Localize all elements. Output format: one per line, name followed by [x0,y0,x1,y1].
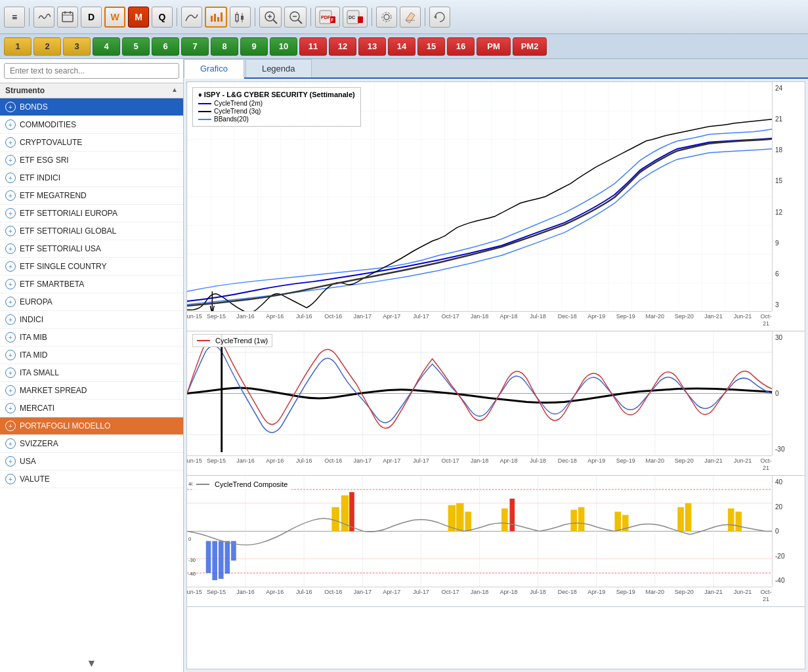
tab-5[interactable]: 5 [122,37,150,56]
sidebar-item-etf-single-country[interactable]: +ETF SINGLE COUNTRY [0,258,183,276]
expand-icon: + [5,456,16,467]
price-chart: ♦ ISPY - L&G CYBER SECURITY (Settimanale… [187,82,805,331]
chart1-xaxis: Jun-15 Sep-15 Jan-16 Apr-16 Jul-16 Oct-1… [187,311,772,331]
sidebar-item-etf-smartbeta[interactable]: +ETF SMARTBETA [0,276,183,293]
svg-text:-30: -30 [188,557,196,563]
sort-icon: ▲ [171,86,178,95]
legend-cycletrend2m: CycleTrend (2m) [198,100,355,107]
tab-13[interactable]: 13 [358,37,386,56]
cycletrend-chart: CycleTrend (1w) 30 0 -30 [187,331,805,476]
curve-icon [184,10,199,24]
bar-chart-btn[interactable] [205,7,227,28]
sidebar-item-indici[interactable]: +INDICI [0,311,183,329]
expand-icon: + [5,350,16,360]
sidebar-item-cryptovalute[interactable]: +CRYPTOVALUTE [0,134,183,152]
tab-8[interactable]: 8 [211,37,238,56]
expand-icon: + [5,474,16,484]
tab-1[interactable]: 1 [4,37,32,56]
blue-bar-3 [219,541,224,579]
zoom-out-btn[interactable] [284,7,307,28]
yellow-bar-5 [465,512,471,532]
tab-pm[interactable]: PM [477,37,511,56]
zoom-in-btn[interactable] [259,7,282,28]
tab-9[interactable]: 9 [240,37,268,56]
pdf2-btn[interactable]: DC [343,7,368,28]
chart3-xaxis: Jun-15 Sep-15 Jan-16 Apr-16 Jul-16 Oct-1… [187,587,772,606]
sidebar-item-portafogli-modello[interactable]: +PORTAFOGLI MODELLO [0,417,183,435]
tab-15[interactable]: 15 [417,37,445,56]
svg-rect-4 [211,16,213,22]
sidebar-item-usa[interactable]: +USA [0,453,183,471]
search-box [0,59,183,83]
calendar-btn[interactable] [57,7,78,28]
sidebar-item-label: SVIZZERA [20,439,58,448]
eraser-btn[interactable] [400,7,421,28]
blue-bar-4 [224,541,230,574]
W-btn[interactable]: W [104,7,125,28]
sidebar-item-market-spread[interactable]: +MARKET SPREAD [0,382,183,400]
Q-btn[interactable]: Q [152,7,173,28]
tab-10[interactable]: 10 [270,37,297,56]
tab-11[interactable]: 11 [299,37,327,56]
cycletrend2m-swatch [198,103,211,104]
sidebar-item-commodities[interactable]: +COMMODITIES [0,116,183,134]
sidebar-item-label: ETF SETTORIALI EUROPA [20,209,117,218]
sidebar-item-mercati[interactable]: +MERCATI [0,400,183,417]
curve-btn[interactable] [181,7,202,28]
tab-legenda[interactable]: Legenda [245,59,312,77]
D-btn[interactable]: D [81,7,102,28]
sidebar-item-etf-settoriali-usa[interactable]: +ETF SETTORIALI USA [0,240,183,258]
red-bar-1 [349,492,354,532]
sidebar-item-europa[interactable]: +EUROPA [0,293,183,311]
svg-line-19 [298,20,302,24]
refresh-btn[interactable] [429,7,450,28]
tab-4[interactable]: 4 [93,37,120,56]
sidebar-item-bonds[interactable]: +BONDS [0,98,183,116]
tab-16[interactable]: 16 [447,37,475,56]
sidebar-item-valute[interactable]: +VALUTE [0,471,183,488]
separator5 [372,8,372,26]
tab-6[interactable]: 6 [152,37,179,56]
sidebar-item-label: ITA SMALL [20,368,59,377]
candle-btn[interactable] [230,7,251,28]
tab-12[interactable]: 12 [329,37,356,56]
sidebar-item-label: VALUTE [20,474,50,484]
D-label: D [88,12,95,22]
tab-pm2[interactable]: PM2 [513,37,547,56]
tab-grafico[interactable]: Grafico [184,59,244,79]
yellow-bar-8 [578,507,585,532]
pdf1-btn[interactable]: PDF F [315,7,340,28]
sidebar-item-etf-esg-sri[interactable]: +ETF ESG SRI [0,152,183,169]
zoom-out-icon [287,10,303,24]
expand-icon: + [5,155,16,165]
search-input[interactable] [4,63,179,79]
tab-3[interactable]: 3 [63,37,91,56]
sidebar-item-ita-mib[interactable]: +ITA MIB [0,329,183,346]
composite-chart: CycleTrend Composite 40 20 0 -20 -40 [187,476,805,607]
tab-7[interactable]: 7 [181,37,209,56]
sidebar-item-etf-settoriali-global[interactable]: +ETF SETTORIALI GLOBAL [0,222,183,240]
sidebar-item-ita-mid[interactable]: +ITA MID [0,346,183,364]
M-btn[interactable]: M [128,7,149,28]
sidebar-item-label: EUROPA [20,297,53,306]
sidebar-item-label: ETF MEGATREND [20,191,87,200]
legend-ct1w: CycleTrend (1w) [197,337,268,345]
blue-bar-2 [212,541,217,580]
yellow-bar-9 [614,512,621,532]
chart3-plot: 40 0 -30 -40 [187,476,772,587]
expand-icon: + [5,314,16,325]
yellow-bar-14 [735,512,742,532]
sidebar-item-etf-megatrend[interactable]: +ETF MEGATREND [0,187,183,205]
tab-2[interactable]: 2 [33,37,61,56]
settings-btn[interactable] [376,7,397,28]
sidebar-item-etf-indici[interactable]: +ETF INDICI [0,169,183,187]
sidebar-item-etf-settoriali-europa[interactable]: +ETF SETTORIALI EUROPA [0,205,183,222]
yellow-bar-2 [341,495,349,532]
gear-icon [379,10,394,24]
sidebar-item-svizzera[interactable]: +SVIZZERA [0,435,183,453]
list-btn[interactable]: ≡ [4,7,25,28]
tab-14[interactable]: 14 [388,37,415,56]
sidebar-item-ita-small[interactable]: +ITA SMALL [0,364,183,382]
wave-btn[interactable] [33,7,54,28]
separator4 [310,8,311,26]
